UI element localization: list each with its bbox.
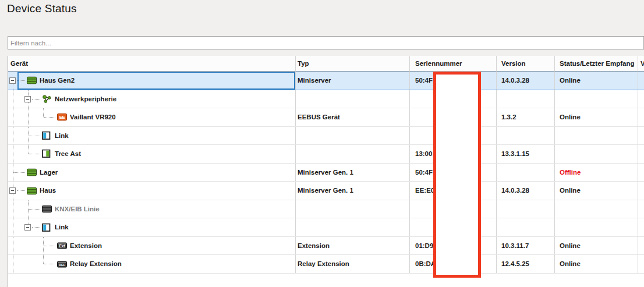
svg-text:EE: EE xyxy=(59,115,66,120)
cell-version: 1.3.2 xyxy=(497,108,555,126)
cell-status: Online xyxy=(555,237,638,255)
table-row[interactable]: KNX/EIB Linie xyxy=(8,200,644,219)
cell-status xyxy=(555,145,638,163)
tree-line xyxy=(44,246,55,246)
knx-icon xyxy=(42,205,52,213)
link-icon xyxy=(42,131,51,140)
cell-typ: EEBUS Gerät xyxy=(296,108,410,126)
expander-minus-icon[interactable] xyxy=(9,187,16,194)
device-label: Netzwerkperipherie xyxy=(55,90,116,108)
tree-line xyxy=(13,237,13,255)
cell-typ: Miniserver xyxy=(296,72,410,90)
cell-geraet: Link xyxy=(8,127,296,145)
cell-v xyxy=(638,127,644,145)
table-row[interactable]: Tree Ast13:00:013.3.1.15 xyxy=(8,145,644,164)
table-row[interactable]: Link xyxy=(8,127,644,146)
table-row[interactable]: RELRelay ExtensionRelay Extension0B:DA:1… xyxy=(8,255,644,274)
tree-line xyxy=(13,200,13,218)
tree-line xyxy=(44,264,55,264)
cell-typ: Relay Extension xyxy=(296,255,410,273)
cell-v xyxy=(638,90,644,108)
cell-status: Offline xyxy=(555,164,638,182)
tree-line xyxy=(43,108,44,117)
cell-geraet: Netzwerkperipherie xyxy=(8,90,296,108)
cell-v xyxy=(638,237,644,255)
tree-line xyxy=(13,218,13,236)
table-row[interactable]: Haus Gen2Miniserver50:4F:914.0.3.28Onlin… xyxy=(8,72,644,90)
cell-version: 12.4.5.25 xyxy=(497,255,555,273)
device-label: Link xyxy=(55,127,69,145)
cell-geraet: Tree Ast xyxy=(8,145,296,163)
cell-status xyxy=(555,90,638,108)
link-icon xyxy=(42,223,51,232)
svg-text:REL: REL xyxy=(59,263,66,267)
cell-typ: Extension xyxy=(296,237,410,255)
cell-status xyxy=(555,200,638,218)
tree-line xyxy=(28,145,29,154)
cell-version: 13.3.1.15 xyxy=(497,145,555,163)
eebus-icon: EE xyxy=(57,114,67,121)
filter-input[interactable] xyxy=(8,36,644,49)
cell-status: Online xyxy=(555,255,638,273)
device-table: Gerät Typ Seriennummer Version Status/Le… xyxy=(8,56,644,274)
cell-version xyxy=(497,164,555,182)
expander-minus-icon[interactable] xyxy=(24,96,31,102)
cell-v xyxy=(638,182,644,200)
cell-status: Online xyxy=(555,182,638,200)
tree-line xyxy=(13,255,13,273)
tree-line xyxy=(13,145,13,163)
header-geraet[interactable]: Gerät xyxy=(8,56,296,71)
header-typ[interactable]: Typ xyxy=(296,56,410,71)
table-row[interactable]: Link xyxy=(8,218,644,237)
cell-v xyxy=(638,164,644,182)
tree-line xyxy=(13,127,13,145)
expander-minus-icon[interactable] xyxy=(24,224,31,231)
table-row[interactable]: EEVaillant VR920EEBUS Gerät1.3.2Online xyxy=(8,108,644,127)
tree-line xyxy=(13,108,13,126)
network-icon xyxy=(42,94,52,103)
table-row[interactable]: ExtExtensionExtension01:D9:10.3.11.7Onli… xyxy=(8,237,644,256)
tree-line xyxy=(17,80,25,81)
cell-version xyxy=(497,127,555,145)
cell-typ: Miniserver Gen. 1 xyxy=(296,182,410,200)
header-version[interactable]: Version xyxy=(497,56,555,71)
table-row[interactable]: HausMiniserver Gen. 1EE:E0:014.0.3.28Onl… xyxy=(8,182,644,200)
table-header-row: Gerät Typ Seriennummer Version Status/Le… xyxy=(8,56,644,72)
tree-line xyxy=(44,117,55,118)
device-label: Link xyxy=(55,218,69,236)
cell-v xyxy=(638,72,644,90)
cell-typ xyxy=(296,127,410,145)
device-label: Relay Extension xyxy=(70,255,122,273)
cell-status: Online xyxy=(555,108,638,126)
table-body: Haus Gen2Miniserver50:4F:914.0.3.28Onlin… xyxy=(8,72,644,274)
cell-v xyxy=(638,218,644,236)
relay-extension-icon: REL xyxy=(57,261,67,268)
header-seriennummer[interactable]: Seriennummer xyxy=(410,56,497,71)
tree-line xyxy=(29,209,40,210)
table-row[interactable]: Netzwerkperipherie xyxy=(8,90,644,109)
device-label: Vaillant VR920 xyxy=(70,108,116,126)
cell-typ xyxy=(296,218,410,236)
device-label: Lager xyxy=(40,164,58,182)
tree-line xyxy=(32,227,40,228)
tree-line xyxy=(43,255,44,264)
cell-status xyxy=(555,127,638,145)
device-label: Haus xyxy=(40,182,56,200)
cell-geraet: Haus Gen2 xyxy=(8,72,296,90)
cell-typ xyxy=(296,200,410,218)
device-status-panel: Gerät Typ Seriennummer Version Status/Le… xyxy=(8,56,644,287)
expander-minus-icon[interactable] xyxy=(9,77,16,84)
tree-line xyxy=(17,190,25,191)
header-v[interactable]: Ve xyxy=(638,56,644,71)
tree-line xyxy=(13,90,13,108)
table-row[interactable]: LagerMiniserver Gen. 150:4F:9Offline xyxy=(8,164,644,182)
tree-line xyxy=(29,136,40,136)
cell-geraet: RELRelay Extension xyxy=(8,255,296,273)
redaction-box xyxy=(433,72,481,278)
device-label: Tree Ast xyxy=(55,145,81,163)
cell-typ xyxy=(296,145,410,163)
header-status[interactable]: Status/Letzter Empfang xyxy=(555,56,638,71)
cell-v xyxy=(638,200,644,218)
cell-geraet: Lager xyxy=(8,164,296,182)
svg-text:Ext: Ext xyxy=(59,244,65,248)
